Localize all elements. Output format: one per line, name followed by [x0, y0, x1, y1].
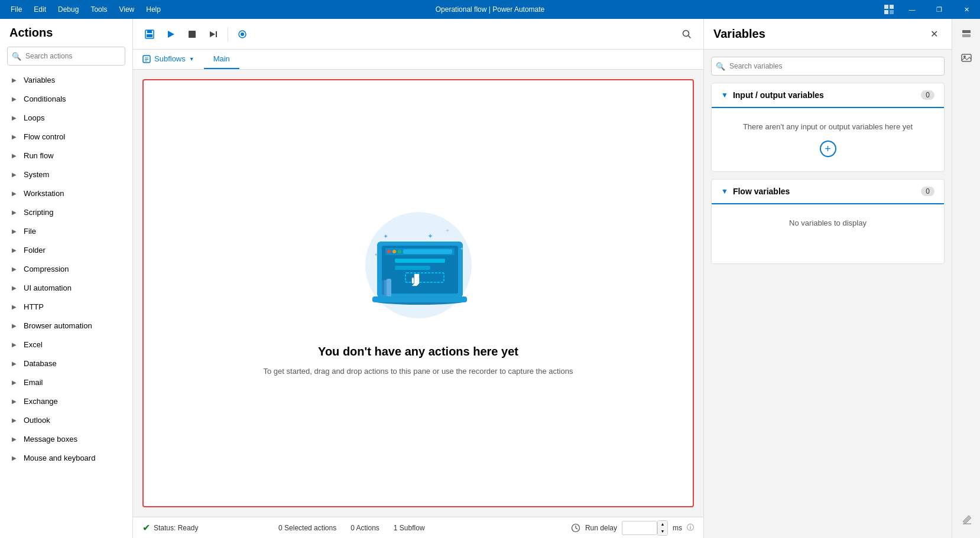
variables-panel-title: Variables — [713, 27, 765, 41]
titlebar-menu: File Edit Debug Tools View Help — [5, 0, 167, 19]
titlebar-minimize[interactable]: — — [898, 0, 926, 19]
icon-bar-layers[interactable] — [956, 24, 977, 45]
action-item-http[interactable]: ▶ HTTP — [0, 297, 132, 316]
statusbar-stats: 0 Selected actions 0 Actions 1 Subflow — [278, 524, 424, 532]
chevron-icon: ▶ — [9, 302, 19, 311]
svg-rect-8 — [189, 31, 196, 38]
variables-panel: Variables ✕ 🔍 ▼ Input / output variables… — [703, 19, 952, 538]
svg-line-44 — [576, 528, 577, 529]
subflow-count: 1 Subflow — [394, 524, 425, 532]
action-item-loops[interactable]: ▶ Loops — [0, 108, 132, 127]
action-item-label: Mouse and keyboard — [24, 454, 95, 462]
action-item-run-flow[interactable]: ▶ Run flow — [0, 146, 132, 165]
chevron-icon: ▶ — [9, 188, 19, 198]
flow-variables-section-title: Flow variables — [733, 187, 916, 196]
status-label: Status: Ready — [154, 524, 198, 532]
clock-icon — [571, 523, 580, 533]
action-item-workstation[interactable]: ▶ Workstation — [0, 184, 132, 203]
add-variable-button[interactable]: + — [820, 141, 836, 157]
stop-button[interactable] — [183, 25, 202, 44]
flow-variables-empty-text: No variables to display — [789, 219, 867, 227]
chevron-icon: ▶ — [9, 453, 19, 462]
svg-rect-29 — [395, 259, 445, 263]
action-item-file[interactable]: ▶ File — [0, 221, 132, 240]
app-icon — [880, 0, 898, 19]
action-item-browser-automation[interactable]: ▶ Browser automation — [0, 316, 132, 335]
icon-bar-erase[interactable] — [956, 510, 977, 531]
svg-text:✦: ✦ — [460, 246, 464, 252]
titlebar: File Edit Debug Tools View Help Operatio… — [0, 0, 980, 19]
input-output-section-body: There aren't any input or output variabl… — [712, 108, 944, 171]
variables-close-button[interactable]: ✕ — [926, 26, 942, 43]
menu-edit[interactable]: Edit — [28, 0, 52, 19]
input-output-empty-text: There aren't any input or output variabl… — [743, 122, 913, 131]
flow-search-button[interactable] — [677, 25, 696, 44]
flow-tabs: Subflows ▼ Main — [133, 50, 703, 70]
action-item-conditionals[interactable]: ▶ Conditionals — [0, 89, 132, 108]
menu-debug[interactable]: Debug — [52, 0, 85, 19]
action-item-compression[interactable]: ▶ Compression — [0, 259, 132, 278]
action-item-label: Conditionals — [24, 94, 66, 103]
run-delay-label: Run delay — [585, 524, 617, 532]
input-output-section-title: Input / output variables — [733, 90, 916, 100]
flow-variables-count-badge: 0 — [921, 187, 934, 196]
input-output-section-header[interactable]: ▼ Input / output variables 0 — [712, 83, 944, 108]
chevron-icon: ▶ — [9, 377, 19, 387]
action-item-excel[interactable]: ▶ Excel — [0, 335, 132, 354]
selected-actions-count: 0 Selected actions — [278, 524, 336, 532]
variables-header: Variables ✕ — [704, 19, 952, 50]
tab-subflows[interactable]: Subflows ▼ — [133, 50, 204, 69]
action-item-outlook[interactable]: ▶ Outlook — [0, 410, 132, 429]
action-item-exchange[interactable]: ▶ Exchange — [0, 392, 132, 410]
menu-view[interactable]: View — [113, 0, 140, 19]
save-button[interactable] — [140, 25, 159, 44]
chevron-icon: ▶ — [9, 340, 19, 349]
canvas-empty-title: You don't have any actions here yet — [318, 345, 518, 358]
actions-search-input[interactable] — [7, 47, 125, 66]
variables-search-input[interactable] — [711, 57, 945, 76]
chevron-icon: ▶ — [9, 151, 19, 160]
action-item-flow-control[interactable]: ▶ Flow control — [0, 127, 132, 146]
svg-marker-49 — [963, 516, 971, 524]
run-button[interactable] — [161, 25, 180, 44]
action-item-folder[interactable]: ▶ Folder — [0, 240, 132, 259]
action-item-database[interactable]: ▶ Database — [0, 354, 132, 373]
menu-help[interactable]: Help — [140, 0, 167, 19]
chevron-icon: ▶ — [9, 321, 19, 330]
action-item-variables[interactable]: ▶ Variables — [0, 70, 132, 89]
action-item-system[interactable]: ▶ System — [0, 165, 132, 184]
action-item-label: Loops — [24, 113, 44, 122]
chevron-icon: ▶ — [9, 207, 19, 217]
menu-tools[interactable]: Tools — [85, 0, 113, 19]
record-button[interactable] — [233, 25, 252, 44]
flow-canvas: ✦ ✦ ✦ ✦ ✦ You don't have any actions her… — [142, 79, 694, 507]
chevron-icon: ▶ — [9, 75, 19, 84]
run-delay-input[interactable]: 100 — [622, 521, 657, 535]
actions-panel: Actions 🔍 ▶ Variables ▶ Conditionals ▶ L… — [0, 19, 133, 538]
next-step-button[interactable] — [204, 25, 223, 44]
icon-bar-image[interactable] — [956, 47, 977, 69]
flow-variables-section-header[interactable]: ▼ Flow variables 0 — [712, 180, 944, 204]
svg-rect-5 — [147, 30, 152, 33]
tab-main[interactable]: Main — [204, 50, 239, 69]
titlebar-close[interactable]: ✕ — [953, 0, 980, 19]
variables-search-box: 🔍 — [711, 57, 945, 76]
statusbar: ✔ Status: Ready 0 Selected actions 0 Act… — [133, 517, 703, 538]
titlebar-maximize[interactable]: ❐ — [926, 0, 953, 19]
svg-rect-46 — [962, 34, 971, 37]
info-icon: ⓘ — [687, 523, 694, 533]
action-item-label: Message boxes — [24, 435, 77, 444]
menu-file[interactable]: File — [5, 0, 28, 19]
action-item-mouse-keyboard[interactable]: ▶ Mouse and keyboard — [0, 448, 132, 467]
action-item-message-boxes[interactable]: ▶ Message boxes — [0, 429, 132, 448]
spin-down-button[interactable]: ▼ — [658, 528, 667, 535]
chevron-icon: ▶ — [9, 283, 19, 292]
action-item-ui-automation[interactable]: ▶ UI automation — [0, 278, 132, 297]
action-item-email[interactable]: ▶ Email — [0, 373, 132, 392]
spin-up-button[interactable]: ▲ — [658, 521, 667, 528]
action-item-scripting[interactable]: ▶ Scripting — [0, 203, 132, 221]
chevron-icon: ▶ — [9, 226, 19, 236]
flow-toolbar — [133, 19, 703, 50]
section-collapse-icon: ▼ — [721, 187, 728, 195]
action-item-label: System — [24, 170, 49, 179]
